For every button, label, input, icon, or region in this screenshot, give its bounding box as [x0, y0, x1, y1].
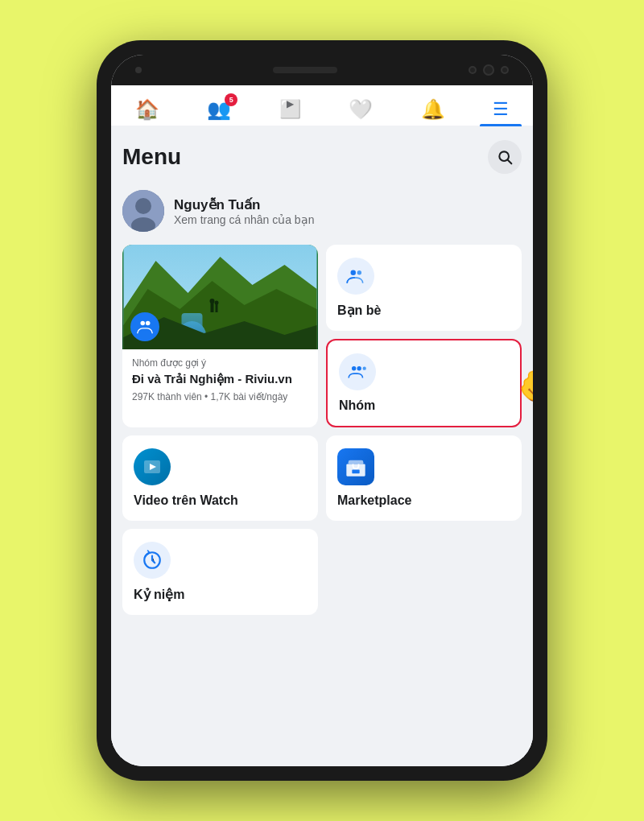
phone-screen: 🏠 👥 5 ⬜ ▶ 🤍 🔔 ☰: [111, 55, 533, 766]
nav-home[interactable]: 🏠: [122, 93, 172, 126]
friends-badge: 5: [225, 93, 237, 106]
speaker-dot: [135, 67, 142, 73]
svg-point-15: [141, 321, 146, 326]
hand-pointer: 🫵: [518, 362, 533, 404]
friends-card-icon: [337, 258, 374, 295]
svg-point-12: [210, 299, 215, 303]
heart-icon: 🤍: [349, 98, 373, 121]
sensor: [501, 66, 509, 74]
svg-point-21: [363, 367, 366, 370]
top-bezel: [111, 55, 533, 85]
marketplace-label: Marketplace: [337, 493, 412, 508]
svg-point-18: [357, 270, 361, 274]
front-camera: [483, 64, 494, 76]
friends-label: Bạn bè: [337, 303, 381, 318]
svg-rect-13: [216, 304, 218, 312]
svg-point-14: [215, 301, 219, 305]
search-icon: [497, 149, 513, 165]
watch-card[interactable]: Video trên Watch: [122, 435, 318, 521]
home-icon: 🏠: [135, 98, 159, 121]
group-card-body: Nhóm được gợi ý Đi và Trải Nghiệm - Rivi…: [122, 349, 318, 414]
group-suggestion-card[interactable]: Nhóm được gợi ý Đi và Trải Nghiệm - Rivi…: [122, 245, 318, 427]
groups-icon-svg: [347, 361, 368, 382]
memories-label: Kỷ niệm: [134, 587, 184, 602]
menu-icon: ☰: [493, 99, 509, 120]
bell-icon: 🔔: [421, 98, 445, 121]
nav-watch[interactable]: ⬜ ▶: [266, 94, 314, 125]
marketplace-icon: [337, 448, 374, 485]
user-name: Nguyễn Tuấn: [174, 196, 314, 213]
memories-icon: [134, 542, 171, 579]
memories-icon-svg: [142, 550, 163, 571]
marketplace-card[interactable]: Marketplace: [326, 435, 522, 521]
suggestion-label: Nhóm được gợi ý: [132, 357, 308, 369]
avatar-svg: [122, 190, 164, 232]
nav-friends[interactable]: 👥 5: [194, 93, 244, 126]
svg-point-3: [135, 198, 151, 214]
main-content: Menu: [111, 127, 533, 766]
groups-card[interactable]: Nhóm 🫵: [326, 339, 522, 427]
front-camera-small: [469, 66, 477, 74]
svg-point-19: [352, 366, 356, 370]
nav-bar: 🏠 👥 5 ⬜ ▶ 🤍 🔔 ☰: [111, 85, 533, 127]
menu-grid: Nhóm được gợi ý Đi và Trải Nghiệm - Rivi…: [122, 245, 522, 427]
user-profile-row[interactable]: Nguyễn Tuấn Xem trang cá nhân của bạn: [122, 184, 522, 245]
friends-icon-svg: [345, 266, 366, 287]
group-meta: 297K thành viên • 1,7K bài viết/ngày: [132, 391, 308, 402]
svg-point-16: [146, 321, 151, 326]
group-icon-svg: [136, 318, 154, 336]
svg-rect-11: [211, 303, 214, 312]
user-info: Nguyễn Tuấn Xem trang cá nhân của bạn: [174, 196, 314, 226]
svg-point-17: [351, 270, 357, 275]
speaker-bar: [273, 67, 337, 73]
phone-frame: 🏠 👥 5 ⬜ ▶ 🤍 🔔 ☰: [97, 40, 547, 781]
svg-point-20: [357, 366, 361, 370]
avatar: [122, 190, 164, 232]
nav-dating[interactable]: 🤍: [336, 93, 386, 126]
group-card-image: [122, 245, 318, 349]
groups-card-icon: [339, 353, 376, 390]
memories-card[interactable]: Kỷ niệm: [122, 529, 318, 615]
play-icon: ▶: [287, 98, 294, 109]
watch-card-icon: [134, 448, 171, 485]
page-title: Menu: [122, 144, 181, 170]
group-title: Đi và Trải Nghiệm - Riviu.vn: [132, 371, 308, 387]
right-column: Bạn bè: [326, 245, 522, 427]
groups-label: Nhóm: [339, 398, 375, 413]
avatar-image: [122, 190, 164, 232]
group-icon: [130, 312, 159, 341]
camera-group: [469, 64, 509, 76]
page-header: Menu: [122, 127, 522, 184]
nav-menu[interactable]: ☰: [480, 94, 522, 125]
search-button[interactable]: [488, 140, 522, 174]
watch-icon-svg: [142, 457, 162, 477]
marketplace-icon-svg: [345, 456, 367, 478]
bottom-row: Video trên Watch Marketplace: [122, 435, 522, 615]
friends-card[interactable]: Bạn bè: [326, 245, 522, 331]
screen-content: 🏠 👥 5 ⬜ ▶ 🤍 🔔 ☰: [111, 85, 533, 766]
svg-rect-25: [352, 470, 359, 474]
svg-line-1: [508, 160, 512, 164]
nav-notifications[interactable]: 🔔: [408, 93, 458, 126]
user-subtitle: Xem trang cá nhân của bạn: [174, 213, 314, 226]
watch-label: Video trên Watch: [134, 493, 238, 508]
